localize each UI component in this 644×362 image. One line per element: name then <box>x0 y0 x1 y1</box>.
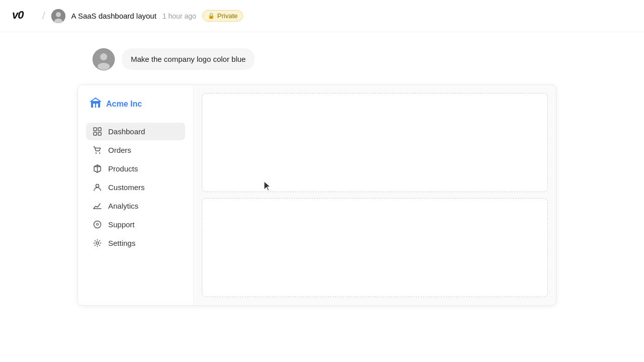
company-icon <box>90 97 101 111</box>
nav-label-orders: Orders <box>108 146 131 154</box>
dashboard-main <box>194 85 556 305</box>
chat-message-row: Make the company logo color blue <box>93 48 255 70</box>
svg-rect-12 <box>94 132 97 135</box>
customers-icon <box>92 183 102 192</box>
header-divider: / <box>42 10 45 22</box>
nav-label-analytics: Analytics <box>108 202 138 210</box>
svg-point-6 <box>98 63 110 70</box>
content-wrapper: Make the company logo color blue <box>70 48 574 362</box>
nav-label-settings: Settings <box>108 239 135 247</box>
support-icon <box>92 220 102 229</box>
nav-item-dashboard[interactable]: Dashboard <box>86 123 185 140</box>
private-badge[interactable]: 🔒 Private <box>202 10 243 22</box>
svg-rect-13 <box>98 132 101 135</box>
dashboard-icon <box>92 127 102 136</box>
nav-item-customers[interactable]: Customers <box>86 178 185 196</box>
lock-icon: 🔒 <box>208 13 215 19</box>
company-name: Acme Inc <box>106 100 142 109</box>
top-header: v0 / A SaaS dashboard layout 1 hour ago … <box>0 0 644 32</box>
project-title: A SaaS dashboard layout <box>71 12 156 20</box>
main-content: Make the company logo color blue <box>0 32 644 362</box>
analytics-icon <box>92 202 102 210</box>
nav-item-orders[interactable]: Orders <box>86 141 185 159</box>
svg-point-14 <box>95 152 96 153</box>
nav-item-support[interactable]: Support <box>86 216 185 233</box>
dash-card-2 <box>202 198 548 297</box>
svg-point-18 <box>94 221 101 228</box>
svg-text:v0: v0 <box>12 9 24 21</box>
svg-rect-11 <box>98 128 101 131</box>
nav-label-customers: Customers <box>108 183 145 192</box>
nav-label-dashboard: Dashboard <box>108 127 145 136</box>
svg-rect-7 <box>91 101 100 108</box>
svg-point-15 <box>99 152 100 153</box>
chat-message-bubble: Make the company logo color blue <box>122 48 255 70</box>
badge-label: Private <box>217 12 237 20</box>
nav-item-settings[interactable]: Settings <box>86 234 185 252</box>
nav-item-products[interactable]: Products <box>86 160 185 177</box>
v0-logo[interactable]: v0 <box>12 8 36 25</box>
nav-item-analytics[interactable]: Analytics <box>86 197 185 215</box>
svg-rect-8 <box>93 104 95 108</box>
orders-icon <box>92 146 102 154</box>
svg-point-19 <box>96 242 99 244</box>
sidebar: Acme Inc Dashboard <box>78 85 194 305</box>
nav-label-products: Products <box>108 164 138 173</box>
svg-point-5 <box>100 53 107 60</box>
nav-label-support: Support <box>108 220 135 229</box>
svg-rect-10 <box>94 128 97 131</box>
company-logo-row: Acme Inc <box>86 97 185 111</box>
svg-point-16 <box>96 185 99 188</box>
dash-card-1 <box>202 93 548 192</box>
settings-icon <box>92 239 102 247</box>
timestamp: 1 hour ago <box>163 12 196 20</box>
svg-point-2 <box>56 12 61 17</box>
user-avatar-large <box>93 48 115 70</box>
user-avatar-small <box>51 9 65 23</box>
svg-rect-9 <box>96 104 98 108</box>
dashboard-preview: Acme Inc Dashboard <box>77 84 556 306</box>
nav-items: Dashboard Orders <box>86 123 185 252</box>
products-icon <box>92 164 102 173</box>
